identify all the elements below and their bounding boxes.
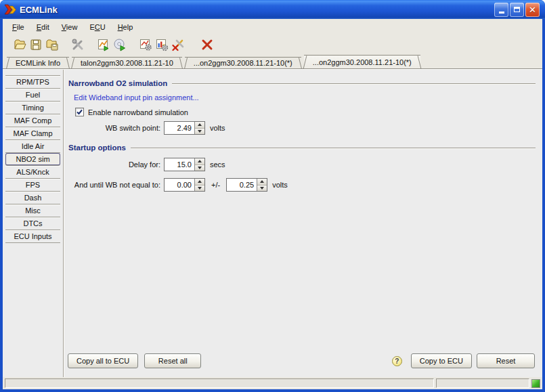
chart-settings-button[interactable] bbox=[137, 37, 154, 53]
window-controls: ✕ bbox=[494, 3, 540, 17]
copy-to-ecu-button[interactable]: Copy to ECU bbox=[411, 353, 472, 368]
export-chart-button[interactable] bbox=[95, 37, 112, 53]
status-secondary-panel bbox=[436, 378, 529, 388]
delay-unit: secs bbox=[210, 160, 225, 169]
close-tune-button[interactable] bbox=[199, 37, 215, 53]
section-title-startup: Startup options bbox=[68, 144, 126, 152]
reset-all-button[interactable]: Reset all bbox=[144, 353, 201, 368]
sidebar-item-misc[interactable]: Misc bbox=[5, 204, 60, 217]
menu-help[interactable]: Help bbox=[112, 21, 139, 33]
menu-view[interactable]: View bbox=[56, 21, 84, 33]
sidebar: RPM/TPS Fuel Timing MAF Comp MAF Clamp I… bbox=[5, 75, 60, 243]
down-arrow-icon bbox=[198, 167, 202, 169]
maximize-button[interactable] bbox=[510, 3, 524, 17]
spin-up-button[interactable] bbox=[195, 122, 204, 128]
enable-narrowband-label: Enable narrowband simulation bbox=[88, 108, 188, 116]
tolerance-spinner[interactable]: 0.25 bbox=[226, 178, 267, 192]
sidebar-item-rpm-tps[interactable]: RPM/TPS bbox=[5, 76, 60, 89]
tab-label: ...on2ggm30.2008.11.21-10(*) bbox=[194, 59, 292, 67]
spin-down-button[interactable] bbox=[195, 165, 204, 171]
sidebar-item-fps[interactable]: FPS bbox=[5, 179, 60, 192]
close-button[interactable]: ✕ bbox=[525, 3, 540, 17]
delay-row: Delay for: 15.0 secs bbox=[66, 158, 538, 171]
save-button[interactable] bbox=[28, 37, 44, 53]
minimize-button[interactable] bbox=[494, 3, 508, 17]
delay-value[interactable]: 15.0 bbox=[165, 158, 194, 171]
export-cd-button[interactable] bbox=[112, 37, 128, 53]
enable-narrowband-checkbox[interactable] bbox=[75, 108, 84, 116]
spin-down-button[interactable] bbox=[195, 185, 204, 192]
reset-button[interactable]: Reset bbox=[477, 353, 535, 368]
up-arrow-icon bbox=[198, 123, 202, 126]
help-icon[interactable]: ? bbox=[392, 356, 402, 366]
sidebar-item-maf-clamp[interactable]: MAF Clamp bbox=[5, 127, 60, 140]
left-action-buttons: Copy all to ECU Reset all bbox=[68, 353, 201, 368]
tab-tune-3-active[interactable]: ...on2ggm30.2008.11.21-10(*) bbox=[304, 55, 420, 68]
sidebar-item-nbo2-sim[interactable]: NBO2 sim bbox=[5, 153, 60, 166]
chart-export-icon bbox=[97, 38, 110, 51]
spin-up-button[interactable] bbox=[195, 179, 204, 185]
sidebar-divider bbox=[63, 70, 64, 377]
tools-delete-icon bbox=[171, 38, 185, 51]
down-arrow-icon bbox=[260, 187, 264, 190]
sidebar-item-dtcs[interactable]: DTCs bbox=[5, 217, 60, 230]
narrowband-section-header: Narrowband O2 simulation bbox=[68, 79, 536, 87]
menu-ecu[interactable]: ECU bbox=[83, 21, 111, 33]
tools-icon bbox=[71, 38, 85, 51]
tab-label: ...on2ggm30.2008.11.21-10(*) bbox=[313, 58, 412, 66]
edit-wideband-pin-link[interactable]: Edit Wideband input pin assignment... bbox=[74, 93, 199, 102]
up-arrow-icon bbox=[198, 180, 202, 183]
red-x-icon bbox=[201, 39, 213, 51]
sidebar-item-idle-air[interactable]: Idle Air bbox=[5, 140, 60, 153]
sidebar-item-timing[interactable]: Timing bbox=[5, 102, 60, 114]
right-action-buttons: ? Copy to ECU Reset bbox=[392, 353, 535, 368]
delay-label: Delay for: bbox=[66, 160, 160, 169]
tab-tune-1[interactable]: talon2ggm30.2008.11.21-10 bbox=[72, 57, 182, 68]
menu-edit[interactable]: Edit bbox=[30, 21, 56, 33]
wb-switch-point-value[interactable]: 2.49 bbox=[165, 122, 194, 134]
spin-up-button[interactable] bbox=[257, 179, 267, 185]
up-arrow-icon bbox=[260, 180, 264, 183]
toolbar bbox=[3, 35, 542, 55]
plus-minus-label: +/- bbox=[211, 181, 220, 189]
until-wb-row: And until WB not equal to: 0.00 +/- 0.25 bbox=[66, 178, 538, 192]
window-title: ECMLink bbox=[20, 5, 494, 15]
connection-status-led-icon bbox=[531, 379, 540, 388]
maximize-icon bbox=[514, 7, 520, 12]
tab-label: talon2ggm30.2008.11.21-10 bbox=[81, 59, 173, 67]
display-settings-button[interactable] bbox=[154, 37, 170, 53]
until-wb-label: And until WB not equal to: bbox=[66, 181, 160, 189]
tab-label: ECMLink Info bbox=[16, 59, 60, 67]
menu-file[interactable]: File bbox=[6, 21, 30, 33]
until-wb-value[interactable]: 0.00 bbox=[165, 179, 194, 191]
chart-bars-gear-icon bbox=[155, 38, 169, 51]
wb-switch-point-row: WB switch point: 2.49 volts bbox=[66, 121, 538, 135]
startup-section-header: Startup options bbox=[68, 144, 536, 152]
chart-gear-icon bbox=[139, 38, 152, 51]
spin-down-button[interactable] bbox=[195, 128, 204, 135]
app-window: ECMLink ✕ File Edit View ECU Help bbox=[0, 0, 545, 392]
sidebar-item-dash[interactable]: Dash bbox=[5, 192, 60, 204]
until-wb-spinner[interactable]: 0.00 bbox=[164, 178, 205, 192]
disable-tools-button[interactable] bbox=[170, 37, 186, 53]
copy-all-to-ecu-button[interactable]: Copy all to ECU bbox=[68, 353, 138, 368]
wb-switch-point-spinner[interactable]: 2.49 bbox=[164, 121, 205, 135]
sidebar-item-maf-comp[interactable]: MAF Comp bbox=[5, 114, 60, 127]
status-message-panel bbox=[5, 378, 434, 388]
tab-tune-2[interactable]: ...on2ggm30.2008.11.21-10(*) bbox=[185, 57, 301, 68]
tab-bar: ECMLink Info talon2ggm30.2008.11.21-10 .… bbox=[3, 55, 542, 69]
spin-down-button[interactable] bbox=[257, 185, 267, 192]
tolerance-value[interactable]: 0.25 bbox=[227, 179, 257, 191]
tools-button[interactable] bbox=[70, 37, 86, 53]
down-arrow-icon bbox=[198, 130, 202, 133]
sidebar-item-fuel[interactable]: Fuel bbox=[5, 89, 60, 102]
save-all-button[interactable] bbox=[44, 37, 60, 53]
down-arrow-icon bbox=[198, 187, 202, 190]
open-file-button[interactable] bbox=[12, 37, 28, 53]
spin-up-button[interactable] bbox=[195, 158, 204, 165]
sidebar-item-als-knck[interactable]: ALS/Knck bbox=[5, 166, 60, 179]
title-bar[interactable]: ECMLink ✕ bbox=[0, 0, 545, 19]
delay-spinner[interactable]: 15.0 bbox=[164, 158, 205, 171]
sidebar-item-ecu-inputs[interactable]: ECU Inputs bbox=[5, 230, 60, 243]
tab-ecmlink-info[interactable]: ECMLink Info bbox=[7, 57, 69, 68]
